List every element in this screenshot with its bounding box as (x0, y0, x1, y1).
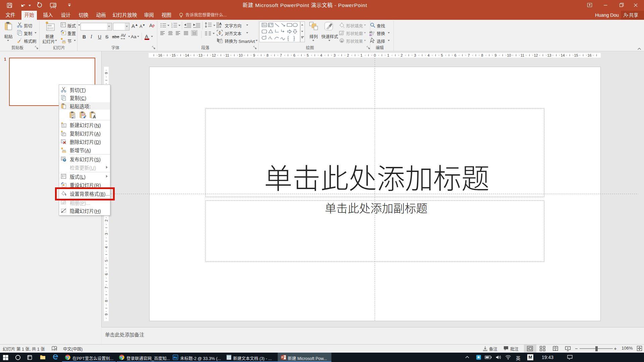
svg-text:P: P (281, 356, 283, 359)
svg-text:A: A (93, 115, 96, 119)
svg-text:Ps: Ps (174, 356, 177, 359)
svg-text:ac: ac (369, 33, 373, 36)
svg-text:3: 3 (171, 26, 172, 28)
svg-text:a: a (72, 116, 73, 119)
svg-text:A: A (219, 22, 221, 25)
svg-text:A: A (149, 23, 153, 28)
